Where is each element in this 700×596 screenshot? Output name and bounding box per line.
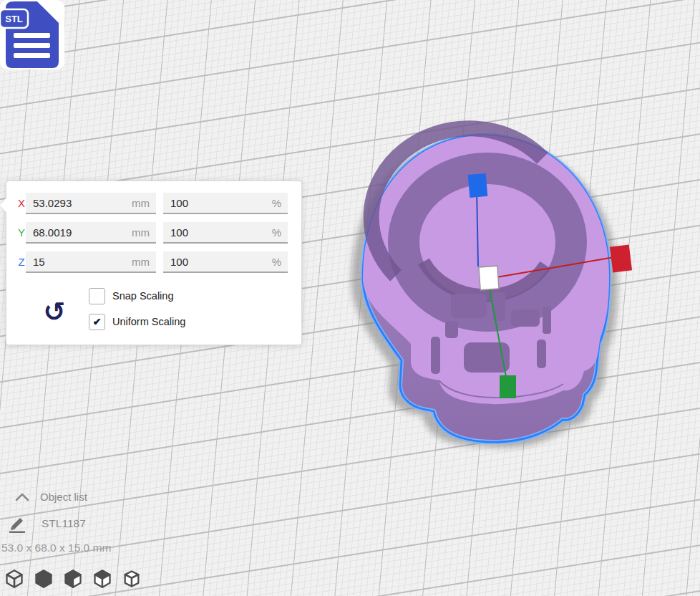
object-list-item[interactable]: STL1187 bbox=[6, 514, 86, 533]
percent-unit-label: % bbox=[272, 197, 288, 209]
document-lines bbox=[14, 33, 50, 58]
uniform-scaling-label: Uniform Scaling bbox=[112, 316, 185, 327]
model-dimensions-readout: 53.0 x 68.0 x 15.0 mm bbox=[1, 542, 111, 554]
rename-pencil-icon[interactable] bbox=[6, 514, 31, 533]
view-front-icon[interactable] bbox=[34, 569, 54, 589]
scale-handle-y[interactable] bbox=[500, 375, 516, 398]
scale-row-x: X mm % bbox=[6, 193, 301, 214]
percent-unit-label: % bbox=[272, 226, 288, 239]
scale-tool-panel: X mm % Y mm % Z mm % ↺ bbox=[6, 181, 302, 345]
chevron-up-icon bbox=[14, 492, 30, 502]
reset-scale-button[interactable]: ↺ bbox=[40, 297, 69, 327]
view-left-icon[interactable] bbox=[92, 569, 112, 589]
reset-rotate-ccw-icon: ↺ bbox=[43, 297, 65, 327]
object-item-name: STL1187 bbox=[42, 517, 86, 530]
mm-unit-label: mm bbox=[132, 197, 156, 209]
stl-file-icon: STL bbox=[0, 0, 64, 69]
scale-y-percent-input[interactable] bbox=[163, 226, 272, 239]
scale-x-mm-input[interactable] bbox=[26, 197, 132, 209]
view-top-icon[interactable] bbox=[63, 569, 83, 589]
object-list-label: Object list bbox=[40, 491, 87, 503]
scale-row-y: Y mm % bbox=[6, 222, 301, 244]
model-viewport bbox=[301, 107, 666, 487]
checkmark-icon: ✔ bbox=[93, 317, 102, 327]
snap-scaling-checkbox[interactable] bbox=[89, 288, 105, 304]
uniform-scaling-checkbox[interactable]: ✔ bbox=[89, 314, 105, 330]
scale-y-mm-input[interactable] bbox=[26, 226, 132, 239]
scale-handle-x[interactable] bbox=[610, 244, 632, 272]
view-3d-icon[interactable] bbox=[4, 569, 24, 589]
stl-badge-label: STL bbox=[5, 14, 23, 24]
snap-scaling-label: Snap Scaling bbox=[112, 290, 173, 302]
mm-unit-label: mm bbox=[132, 226, 156, 239]
scale-handle-center[interactable] bbox=[479, 266, 499, 290]
view-right-icon[interactable] bbox=[122, 569, 142, 589]
scale-z-mm-input[interactable] bbox=[26, 256, 132, 268]
scale-x-percent-input[interactable] bbox=[163, 197, 272, 209]
object-list-header[interactable]: Object list bbox=[14, 491, 87, 503]
scale-row-z: Z mm % bbox=[6, 251, 301, 273]
camera-view-toolbar bbox=[4, 569, 142, 589]
scale-z-percent-input[interactable] bbox=[163, 256, 272, 268]
mm-unit-label: mm bbox=[132, 256, 156, 268]
percent-unit-label: % bbox=[272, 256, 288, 268]
scale-handle-z[interactable] bbox=[468, 173, 488, 198]
